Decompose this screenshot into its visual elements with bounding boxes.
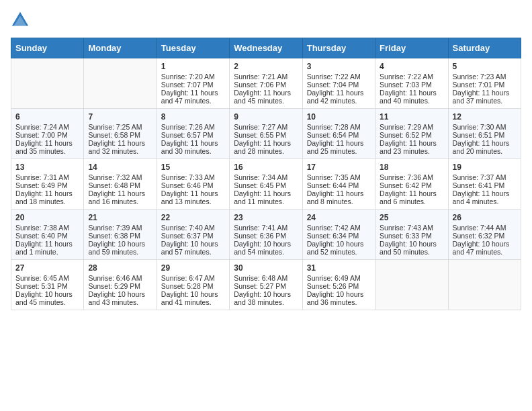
cell-info: Sunset: 6:52 PM: [380, 131, 443, 139]
cell-info: Sunset: 6:58 PM: [88, 131, 152, 139]
cell-info: Daylight: 10 hours and 36 minutes.: [307, 290, 371, 306]
day-number: 28: [88, 263, 152, 273]
calendar-cell: 8Sunrise: 7:26 AMSunset: 6:57 PMDaylight…: [157, 109, 229, 159]
day-number: 13: [15, 163, 79, 172]
calendar-cell: [84, 58, 157, 109]
day-number: 26: [453, 213, 517, 222]
cell-info: Sunrise: 7:33 AM: [161, 173, 225, 181]
calendar-cell: 5Sunrise: 7:23 AMSunset: 7:01 PMDaylight…: [448, 58, 521, 109]
cell-info: Sunrise: 7:36 AM: [380, 173, 443, 181]
cell-info: Daylight: 11 hours and 28 minutes.: [234, 139, 298, 155]
calendar-cell: 16Sunrise: 7:34 AMSunset: 6:45 PMDayligh…: [230, 159, 302, 210]
cell-info: Daylight: 11 hours and 47 minutes.: [161, 89, 225, 105]
cell-info: Sunrise: 7:38 AM: [15, 224, 79, 232]
weekday-header: Sunday: [11, 38, 84, 58]
cell-info: Daylight: 10 hours and 52 minutes.: [307, 240, 371, 256]
cell-info: Sunset: 7:04 PM: [307, 81, 371, 89]
weekday-header: Wednesday: [230, 38, 302, 58]
cell-info: Sunrise: 7:35 AM: [307, 173, 371, 181]
day-number: 18: [380, 163, 443, 172]
cell-info: Daylight: 11 hours and 13 minutes.: [161, 189, 225, 205]
cell-info: Sunset: 7:07 PM: [161, 81, 225, 89]
cell-info: Sunset: 6:55 PM: [234, 131, 298, 139]
day-number: 19: [453, 163, 517, 172]
cell-info: Sunset: 5:31 PM: [15, 282, 79, 290]
day-number: 23: [234, 213, 298, 222]
day-number: 15: [161, 163, 225, 172]
cell-info: Sunset: 5:28 PM: [161, 282, 225, 290]
calendar-cell: [448, 260, 521, 310]
calendar-cell: 14Sunrise: 7:32 AMSunset: 6:48 PMDayligh…: [84, 159, 157, 210]
logo: [11, 11, 32, 30]
calendar-cell: 29Sunrise: 6:47 AMSunset: 5:28 PMDayligh…: [157, 260, 229, 310]
calendar-cell: 26Sunrise: 7:44 AMSunset: 6:32 PMDayligh…: [448, 210, 521, 260]
day-number: 25: [380, 213, 443, 222]
cell-info: Sunrise: 7:32 AM: [88, 173, 152, 181]
cell-info: Sunrise: 7:24 AM: [15, 123, 79, 131]
cell-info: Sunset: 6:42 PM: [380, 181, 443, 189]
calendar-cell: 30Sunrise: 6:48 AMSunset: 5:27 PMDayligh…: [230, 260, 302, 310]
cell-info: Sunset: 6:34 PM: [307, 232, 371, 240]
calendar-cell: 18Sunrise: 7:36 AMSunset: 6:42 PMDayligh…: [375, 159, 448, 210]
cell-info: Daylight: 10 hours and 38 minutes.: [234, 290, 298, 306]
cell-info: Sunset: 6:38 PM: [88, 232, 152, 240]
calendar-header-row: SundayMondayTuesdayWednesdayThursdayFrid…: [11, 38, 521, 58]
cell-info: Sunrise: 7:26 AM: [161, 123, 225, 131]
calendar-cell: 20Sunrise: 7:38 AMSunset: 6:40 PMDayligh…: [11, 210, 84, 260]
calendar-cell: 31Sunrise: 6:49 AMSunset: 5:26 PMDayligh…: [302, 260, 375, 310]
cell-info: Daylight: 11 hours and 40 minutes.: [380, 89, 443, 105]
calendar-cell: 27Sunrise: 6:45 AMSunset: 5:31 PMDayligh…: [11, 260, 84, 310]
cell-info: Sunset: 7:01 PM: [453, 81, 517, 89]
cell-info: Sunset: 6:51 PM: [453, 131, 517, 139]
day-number: 4: [380, 62, 443, 71]
day-number: 22: [161, 213, 225, 222]
day-number: 5: [453, 62, 517, 71]
weekday-header: Monday: [84, 38, 157, 58]
cell-info: Sunrise: 7:37 AM: [453, 173, 517, 181]
calendar-row: 1Sunrise: 7:20 AMSunset: 7:07 PMDaylight…: [11, 58, 521, 109]
cell-info: Daylight: 10 hours and 47 minutes.: [453, 240, 517, 256]
calendar-table: SundayMondayTuesdayWednesdayThursdayFrid…: [11, 38, 521, 310]
cell-info: Daylight: 11 hours and 6 minutes.: [380, 189, 443, 205]
cell-info: Sunset: 5:27 PM: [234, 282, 298, 290]
day-number: 21: [88, 213, 152, 222]
logo-icon: [11, 11, 30, 30]
cell-info: Sunset: 6:49 PM: [15, 181, 79, 189]
day-number: 14: [88, 163, 152, 172]
calendar-cell: 6Sunrise: 7:24 AMSunset: 7:00 PMDaylight…: [11, 109, 84, 159]
cell-info: Daylight: 11 hours and 45 minutes.: [234, 89, 298, 105]
cell-info: Sunrise: 6:45 AM: [15, 274, 79, 282]
cell-info: Daylight: 11 hours and 20 minutes.: [453, 139, 517, 155]
cell-info: Sunrise: 7:22 AM: [307, 73, 371, 81]
cell-info: Sunset: 6:54 PM: [307, 131, 371, 139]
day-number: 6: [15, 112, 79, 122]
calendar-cell: 1Sunrise: 7:20 AMSunset: 7:07 PMDaylight…: [157, 58, 229, 109]
cell-info: Daylight: 11 hours and 32 minutes.: [88, 139, 152, 155]
calendar-cell: 10Sunrise: 7:28 AMSunset: 6:54 PMDayligh…: [302, 109, 375, 159]
day-number: 9: [234, 112, 298, 122]
cell-info: Sunset: 7:03 PM: [380, 81, 443, 89]
day-number: 17: [307, 163, 371, 172]
cell-info: Daylight: 11 hours and 16 minutes.: [88, 189, 152, 205]
cell-info: Daylight: 10 hours and 41 minutes.: [161, 290, 225, 306]
cell-info: Sunrise: 7:42 AM: [307, 224, 371, 232]
cell-info: Sunrise: 7:30 AM: [453, 123, 517, 131]
cell-info: Daylight: 11 hours and 25 minutes.: [307, 139, 371, 155]
day-number: 10: [307, 112, 371, 122]
cell-info: Sunset: 6:36 PM: [234, 232, 298, 240]
cell-info: Sunset: 6:33 PM: [380, 232, 443, 240]
cell-info: Daylight: 11 hours and 35 minutes.: [15, 139, 79, 155]
calendar-row: 13Sunrise: 7:31 AMSunset: 6:49 PMDayligh…: [11, 159, 521, 210]
day-number: 20: [15, 213, 79, 222]
cell-info: Daylight: 11 hours and 4 minutes.: [453, 189, 517, 205]
cell-info: Daylight: 10 hours and 43 minutes.: [88, 290, 152, 306]
cell-info: Sunset: 6:32 PM: [453, 232, 517, 240]
calendar-cell: 19Sunrise: 7:37 AMSunset: 6:41 PMDayligh…: [448, 159, 521, 210]
cell-info: Sunrise: 7:21 AM: [234, 73, 298, 81]
day-number: 3: [307, 62, 371, 71]
cell-info: Sunrise: 7:28 AM: [307, 123, 371, 131]
cell-info: Sunset: 6:46 PM: [161, 181, 225, 189]
cell-info: Sunrise: 7:23 AM: [453, 73, 517, 81]
page-header: [11, 11, 521, 30]
calendar-cell: 4Sunrise: 7:22 AMSunset: 7:03 PMDaylight…: [375, 58, 448, 109]
